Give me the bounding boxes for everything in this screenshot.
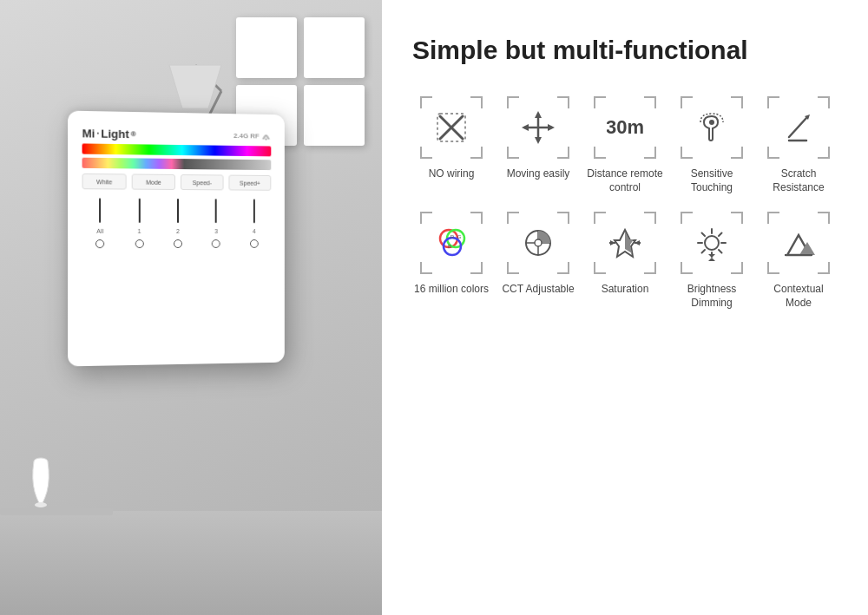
feature-saturation: Saturation [586, 212, 664, 310]
svg-point-7 [266, 138, 267, 140]
zone-2: 2 [161, 199, 195, 248]
btn-white[interactable]: White [82, 173, 127, 190]
svg-line-19 [789, 118, 806, 137]
page-title: Simple but multi-functional [412, 35, 838, 66]
feature-icon-saturation [594, 212, 656, 274]
feature-brightness: Brightness Dimming [673, 212, 751, 310]
svg-text:G: G [457, 234, 462, 239]
feature-colors: R G B 16 million colors [412, 212, 490, 310]
feature-label-colors: 16 million colors [414, 283, 489, 297]
svg-marker-48 [799, 242, 815, 255]
svg-marker-3 [169, 65, 221, 108]
btn-mode[interactable]: Mode [132, 173, 175, 189]
zone-3: 3 [199, 199, 233, 248]
btn-speed-minus[interactable]: Speed- [181, 174, 224, 190]
feature-icon-cct [507, 212, 569, 274]
feature-touch: Sensitive Touching [673, 96, 751, 194]
feature-cct: CCT Adjustable [499, 212, 577, 310]
feature-icon-moving [507, 96, 569, 159]
feature-icon-scratch [767, 96, 830, 159]
feature-label-moving: Moving easily [507, 167, 570, 181]
left-panel: Mi · Light ® 2.4G RF [0, 0, 382, 615]
device-logo: Mi · Light ® 2.4G RF [82, 127, 272, 142]
feature-distance: 30m Distance remote control [586, 96, 664, 194]
svg-marker-46 [708, 258, 715, 261]
table-surface [0, 508, 113, 515]
color-strip-rainbow [82, 143, 272, 170]
logo-light: Light [101, 128, 128, 141]
svg-line-42 [719, 250, 722, 253]
feature-label-saturation: Saturation [602, 283, 649, 297]
feature-no-wiring: NO wiring [412, 96, 490, 194]
logo-mi: Mi [82, 127, 95, 140]
feature-label-distance: Distance remote control [586, 167, 664, 194]
zone-controls: All 1 2 3 [82, 198, 272, 248]
feature-icon-distance: 30m [594, 96, 656, 159]
feature-label-touch: Sensitive Touching [673, 167, 751, 194]
svg-line-43 [719, 233, 722, 237]
svg-point-6 [35, 502, 47, 507]
svg-marker-13 [535, 111, 542, 118]
svg-text:B: B [448, 244, 451, 249]
zone-all: All [82, 198, 118, 248]
feature-contextual: Contextual Mode [760, 212, 838, 310]
feature-scratch: Scratch Resistance [760, 96, 838, 194]
svg-point-36 [705, 236, 719, 250]
svg-marker-14 [535, 137, 542, 144]
wall-panel [304, 85, 365, 146]
feature-icon-touch [681, 96, 743, 159]
features-grid: NO wiring Moving easily [412, 96, 838, 310]
feature-icon-colors: R G B [420, 212, 483, 274]
svg-marker-16 [548, 124, 555, 131]
device-buttons-row: White Mode Speed- Speed+ [82, 173, 272, 191]
svg-line-41 [702, 233, 706, 237]
room-floor [0, 511, 382, 615]
svg-marker-15 [522, 124, 529, 131]
svg-point-29 [535, 239, 542, 246]
svg-text:30m: 30m [607, 116, 643, 138]
svg-text:R: R [450, 234, 455, 239]
device-rf-label: 2.4G RF [233, 132, 271, 141]
right-panel: Simple but multi-functional NO wiring [382, 0, 868, 615]
feature-icon-no-wiring [420, 96, 483, 159]
feature-label-cct: CCT Adjustable [502, 283, 574, 297]
feature-moving: Moving easily [499, 96, 577, 194]
feature-icon-brightness [681, 212, 743, 274]
feature-label-scratch: Scratch Resistance [760, 167, 838, 194]
zone-1: 1 [122, 199, 157, 248]
svg-point-18 [709, 120, 714, 125]
milight-device: Mi · Light ® 2.4G RF [68, 111, 285, 367]
svg-line-44 [702, 250, 706, 253]
zone-4: 4 [237, 199, 271, 247]
feature-label-no-wiring: NO wiring [429, 167, 475, 181]
feature-icon-contextual [767, 212, 830, 274]
feature-label-brightness: Brightness Dimming [673, 283, 751, 310]
wall-panel [304, 17, 365, 78]
feature-label-contextual: Contextual Mode [760, 283, 838, 310]
page-container: Mi · Light ® 2.4G RF [0, 0, 868, 615]
svg-marker-45 [708, 254, 715, 258]
vase [28, 453, 54, 513]
btn-speed-plus[interactable]: Speed+ [228, 175, 271, 191]
